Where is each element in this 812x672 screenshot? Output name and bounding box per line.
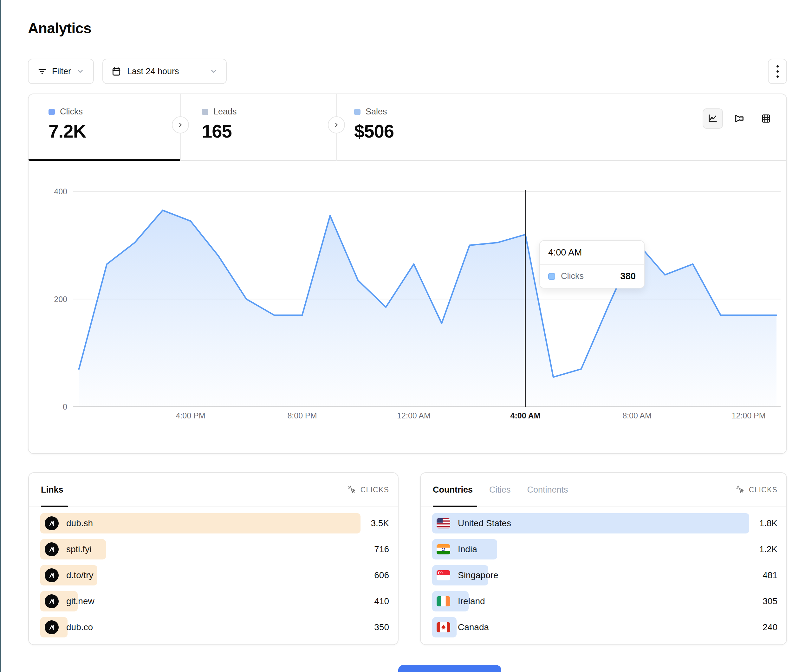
area-fill xyxy=(79,210,776,407)
x-axis-tick: 8:00 AM xyxy=(623,411,652,420)
list-item[interactable]: spti.fyi716 xyxy=(29,539,398,559)
date-range-button[interactable]: Last 24 hours xyxy=(102,59,227,84)
row-value: 305 xyxy=(763,591,778,611)
dub-logo-icon xyxy=(45,542,59,556)
tab-cities[interactable]: Cities xyxy=(489,473,511,507)
chart-canvas[interactable]: 02004004:00 PM8:00 PM12:00 AM4:00 AM8:00… xyxy=(29,161,786,440)
chevron-down-icon xyxy=(76,67,84,75)
x-axis-tick: 12:00 PM xyxy=(732,411,765,420)
tab-continents[interactable]: Continents xyxy=(527,473,568,507)
date-range-label: Last 24 hours xyxy=(127,67,179,77)
leads-indicator-square xyxy=(202,109,208,115)
line-chart-icon xyxy=(707,113,718,124)
funnel-chart-icon xyxy=(734,113,745,124)
tab-clicks-metric[interactable]: Clicks 7.2K xyxy=(48,107,86,142)
list-item[interactable]: India1.2K xyxy=(421,539,786,559)
row-label: git.new xyxy=(66,596,94,606)
row-label: Ireland xyxy=(458,596,485,606)
row-label: India xyxy=(458,544,477,554)
list-item[interactable]: git.new410 xyxy=(29,591,398,611)
y-axis-tick: 0 xyxy=(63,402,67,411)
dub-logo-icon xyxy=(45,620,59,634)
x-axis-tick: 4:00 PM xyxy=(176,411,205,420)
table-view-button[interactable] xyxy=(756,108,776,129)
list-item[interactable]: Singapore481 xyxy=(421,565,786,585)
dub-logo-icon xyxy=(45,516,59,530)
row-label: United States xyxy=(458,518,511,529)
y-axis-tick: 200 xyxy=(54,295,67,304)
tooltip-time: 4:00 AM xyxy=(540,241,644,264)
ie-flag-icon xyxy=(437,596,450,606)
links-panel: Links CLICKS dub.sh3.5Kspti.fyi716d.to/t… xyxy=(28,472,399,645)
sales-metric-value: $506 xyxy=(354,121,394,142)
row-label: dub.co xyxy=(66,622,93,633)
row-label: Singapore xyxy=(458,570,498,580)
tab-countries[interactable]: Countries xyxy=(433,473,473,507)
row-label: spti.fyi xyxy=(66,544,91,554)
bottom-partial-banner[interactable] xyxy=(398,665,501,672)
row-value: 1.2K xyxy=(759,539,778,559)
dub-logo-icon xyxy=(45,594,59,608)
ca-flag-icon xyxy=(437,622,450,633)
kebab-dot xyxy=(776,75,779,78)
row-value: 1.8K xyxy=(759,513,778,534)
kebab-dot xyxy=(776,70,779,73)
chart-style-switcher xyxy=(703,108,776,129)
stats-row: Clicks 7.2K Leads 165 xyxy=(29,94,786,161)
expand-leads-button[interactable] xyxy=(172,116,189,133)
sg-flag-icon xyxy=(437,570,450,580)
countries-panel: CountriesCitiesContinents CLICKS United … xyxy=(420,472,787,645)
kebab-dot xyxy=(776,65,779,68)
tab-links[interactable]: Links xyxy=(41,473,63,507)
dub-logo-icon xyxy=(45,568,59,582)
tab-leads-metric[interactable]: Leads 165 xyxy=(202,107,237,142)
chevron-down-icon xyxy=(210,67,218,75)
x-axis-tick: 12:00 AM xyxy=(397,411,431,420)
tooltip-series-square xyxy=(548,273,555,280)
list-item[interactable]: d.to/try606 xyxy=(29,565,398,585)
more-options-button[interactable] xyxy=(768,59,787,84)
links-metric-selector[interactable]: CLICKS xyxy=(347,485,389,495)
row-value: 481 xyxy=(763,565,778,585)
row-value: 3.5K xyxy=(371,513,389,534)
analytics-card: Clicks 7.2K Leads 165 xyxy=(28,94,787,454)
x-axis-tick: 8:00 PM xyxy=(287,411,317,420)
row-value: 606 xyxy=(374,565,389,585)
list-item[interactable]: Ireland305 xyxy=(421,591,786,611)
analytics-page: Analytics Filter Last 24 hours xyxy=(0,0,812,672)
list-item[interactable]: dub.co350 xyxy=(29,617,398,638)
chevron-right-icon xyxy=(333,121,340,128)
list-item[interactable]: United States1.8K xyxy=(421,513,786,534)
cursor-rays-icon xyxy=(735,485,745,495)
filter-icon xyxy=(38,67,47,76)
clicks-area-chart[interactable]: 02004004:00 PM8:00 PM12:00 AM4:00 AM8:00… xyxy=(29,161,786,454)
row-label: Canada xyxy=(458,622,489,633)
sales-metric-label: Sales xyxy=(365,107,387,117)
list-item[interactable]: dub.sh3.5K xyxy=(29,513,398,534)
calendar-icon xyxy=(111,66,121,77)
clicks-metric-value: 7.2K xyxy=(48,121,86,142)
x-axis-tick: 4:00 AM xyxy=(510,411,541,420)
countries-metric-selector[interactable]: CLICKS xyxy=(735,485,778,495)
chevron-right-icon xyxy=(177,121,184,128)
leads-metric-label: Leads xyxy=(213,107,237,117)
row-value: 410 xyxy=(374,591,389,611)
tooltip-value: 380 xyxy=(621,271,636,281)
filter-button[interactable]: Filter xyxy=(28,59,94,84)
expand-sales-button[interactable] xyxy=(328,116,345,133)
list-item[interactable]: Canada240 xyxy=(421,617,786,638)
us-flag-icon xyxy=(437,518,450,529)
y-axis-tick: 400 xyxy=(54,187,67,196)
links-rows: dub.sh3.5Kspti.fyi716d.to/try606git.new4… xyxy=(29,508,398,638)
filter-button-label: Filter xyxy=(52,67,71,77)
clicks-indicator-square xyxy=(48,109,55,115)
in-flag-icon xyxy=(437,544,450,554)
clicks-metric-label: Clicks xyxy=(60,107,83,117)
funnel-view-button[interactable] xyxy=(729,108,749,129)
cursor-rays-icon xyxy=(347,485,357,495)
tab-sales-metric[interactable]: Sales $506 xyxy=(354,107,394,142)
chart-tooltip: 4:00 AM Clicks 380 xyxy=(539,240,645,288)
line-chart-view-button[interactable] xyxy=(703,108,723,129)
countries-rows: United States1.8KIndia1.2KSingapore481Ir… xyxy=(421,508,786,638)
row-value: 240 xyxy=(763,617,778,638)
